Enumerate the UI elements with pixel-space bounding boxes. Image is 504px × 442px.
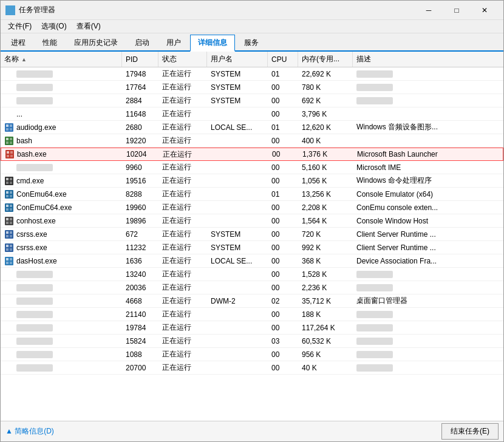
process-status: 正在运行 — [158, 281, 207, 294]
tab-app-history[interactable]: 应用历史记录 — [66, 35, 126, 50]
process-desc — [353, 361, 503, 374]
sort-arrow-name: ▲ — [21, 56, 27, 63]
table-row[interactable]: 19784正在运行00117,264 K — [1, 321, 503, 335]
process-desc — [353, 94, 503, 107]
process-desc: Microsoft Bash Launcher — [353, 148, 503, 160]
process-cpu: 00 — [268, 254, 298, 267]
table-row[interactable]: 4668正在运行DWM-20235,712 K桌面窗口管理器 — [1, 294, 503, 308]
process-pid: 21140 — [122, 308, 158, 321]
svg-rect-11 — [10, 138, 12, 140]
table-row[interactable]: 20700正在运行0040 K — [1, 361, 503, 375]
table-row[interactable]: bash19220正在运行00400 K — [1, 134, 503, 148]
process-icon — [4, 243, 14, 253]
table-row[interactable]: dasHost.exe1636正在运行LOCAL SE...00368 KDev… — [1, 254, 503, 268]
process-desc — [353, 335, 503, 347]
process-memory: 2,208 K — [298, 201, 353, 214]
process-memory: 22,692 K — [298, 67, 353, 80]
col-user[interactable]: 用户名 — [207, 52, 268, 67]
svg-rect-27 — [6, 195, 9, 197]
process-pid: 10204 — [123, 148, 159, 160]
col-desc[interactable]: 描述 — [353, 52, 495, 67]
svg-rect-0 — [6, 6, 10, 10]
process-user — [207, 188, 268, 200]
process-memory: 13,256 K — [298, 188, 353, 200]
process-desc — [353, 107, 503, 120]
process-pid: 9960 — [122, 161, 158, 174]
table-row[interactable]: 2884正在运行SYSTEM00692 K — [1, 94, 503, 107]
process-status: 正在运行 — [158, 67, 207, 80]
tab-startup[interactable]: 启动 — [127, 35, 157, 50]
table-row[interactable]: ...11648正在运行003,796 K — [1, 107, 503, 121]
table-row[interactable]: cmd.exe19516正在运行001,056 KWindows 命令处理程序 — [1, 174, 503, 188]
process-name-cell — [1, 361, 122, 374]
process-name-cell — [1, 321, 122, 334]
blurred-desc — [356, 324, 393, 332]
end-task-button[interactable]: 结束任务(E) — [441, 423, 499, 440]
table-row[interactable]: 13240正在运行001,528 K — [1, 268, 503, 281]
col-pid[interactable]: PID — [122, 52, 158, 67]
tab-users[interactable]: 用户 — [158, 35, 189, 50]
process-memory: 720 K — [298, 228, 353, 240]
process-user: SYSTEM — [207, 67, 268, 80]
col-status[interactable]: 状态 — [158, 52, 207, 67]
blurred-desc — [356, 338, 393, 345]
menu-file[interactable]: 文件(F) — [3, 20, 36, 33]
window-title: 任务管理器 — [19, 5, 415, 15]
process-icon — [4, 176, 14, 186]
process-cpu: 00 — [268, 201, 298, 214]
table-row[interactable]: conhost.exe19896正在运行001,564 KConsole Win… — [1, 214, 503, 228]
process-name-cell — [1, 268, 122, 280]
process-status: 正在运行 — [158, 134, 207, 147]
process-cpu: 00 — [268, 361, 298, 374]
table-row[interactable]: ConEmuC64.exe19960正在运行002,208 KConEmu co… — [1, 201, 503, 214]
menu-view[interactable]: 查看(V) — [72, 20, 106, 33]
process-cpu: 00 — [268, 228, 298, 240]
table-row[interactable]: ConEmu64.exe8288正在运行0113,256 KConsole Em… — [1, 188, 503, 201]
minimize-button[interactable]: ─ — [415, 1, 443, 20]
blurred-name — [16, 84, 53, 91]
table-row[interactable]: 15824正在运行0360,532 K — [1, 335, 503, 348]
table-row[interactable]: 17948正在运行SYSTEM0122,692 K — [1, 67, 503, 81]
process-pid: 17764 — [122, 81, 158, 93]
tab-performance[interactable]: 性能 — [35, 35, 65, 50]
process-memory: 400 K — [298, 134, 353, 147]
process-desc: Console Emulator (x64) — [353, 188, 503, 200]
process-pid: 11232 — [122, 241, 158, 254]
process-desc: Client Server Runtime ... — [353, 228, 503, 240]
process-user — [207, 268, 268, 280]
table-row[interactable]: csrss.exe11232正在运行SYSTEM00992 KClient Se… — [1, 241, 503, 254]
col-name[interactable]: 名称 ▲ — [1, 52, 122, 67]
tab-details[interactable]: 详细信息 — [190, 35, 235, 52]
svg-rect-8 — [10, 128, 12, 131]
process-name-cell — [1, 94, 122, 107]
table-row[interactable]: 21140正在运行00188 K — [1, 308, 503, 321]
close-button[interactable]: ✕ — [471, 1, 499, 20]
process-user: SYSTEM — [207, 81, 268, 93]
svg-rect-16 — [10, 151, 13, 154]
process-memory: 1,056 K — [298, 174, 353, 187]
maximize-button[interactable]: □ — [443, 1, 471, 20]
menu-options[interactable]: 选项(O) — [36, 20, 71, 33]
table-row[interactable]: 17764正在运行SYSTEM00780 K — [1, 81, 503, 94]
process-name-cell: bash.exe — [1, 148, 123, 160]
tab-services[interactable]: 服务 — [236, 35, 267, 50]
table-row[interactable]: 20036正在运行002,236 K — [1, 281, 503, 294]
process-name: csrss.exe — [16, 230, 47, 239]
table-row[interactable]: csrss.exe672正在运行SYSTEM00720 KClient Serv… — [1, 228, 503, 241]
process-pid: 17948 — [122, 67, 158, 80]
process-memory: 1,564 K — [298, 214, 353, 227]
col-cpu[interactable]: CPU — [268, 52, 298, 67]
table-row[interactable]: 1088正在运行00956 K — [1, 348, 503, 361]
process-pid: 13240 — [122, 268, 158, 280]
table-row[interactable]: audiodg.exe2680正在运行LOCAL SE...0112,620 K… — [1, 121, 503, 134]
svg-rect-51 — [10, 258, 12, 260]
blurred-desc — [356, 351, 393, 358]
col-memory[interactable]: 内存(专用... — [298, 52, 353, 67]
process-name: csrss.exe — [16, 243, 47, 252]
table-row[interactable]: 9960正在运行005,160 KMicrosoft IME — [1, 161, 503, 174]
tab-process[interactable]: 进程 — [3, 35, 33, 50]
table-row[interactable]: bash.exe10204正在运行001,376 KMicrosoft Bash… — [1, 148, 503, 161]
svg-rect-36 — [10, 218, 12, 220]
process-status: 正在运行 — [158, 348, 207, 361]
summary-link[interactable]: ▲ 简略信息(D) — [5, 426, 54, 437]
